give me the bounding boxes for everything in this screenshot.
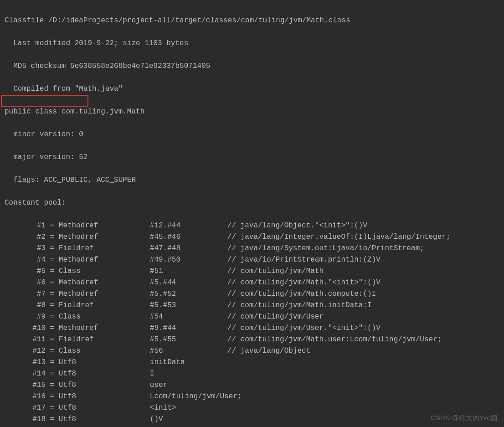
pool-index: #14 — [5, 368, 46, 380]
pool-ref: #12.#44 — [150, 220, 227, 232]
pool-row: #17 = Utf8<init> — [5, 402, 499, 414]
pool-kind: Fieldref — [59, 243, 150, 254]
pool-index: #13 — [5, 357, 46, 368]
pool-kind: Utf8 — [59, 414, 150, 425]
pool-ref: #5.#53 — [150, 300, 227, 311]
pool-index: #9 — [5, 311, 46, 323]
javap-output: Classfile /D:/ideaProjects/project-all/t… — [0, 0, 504, 427]
pool-row: #7 = Methodref#5.#52// com/tuling/jvm/Ma… — [5, 288, 499, 300]
pool-kind: Utf8 — [59, 357, 150, 368]
equals-sign: = — [46, 357, 59, 368]
pool-row: #9 = Class#54// com/tuling/jvm/User — [5, 311, 499, 323]
pool-comment: // com/tuling/jvm/User."<init>":()V — [227, 323, 381, 334]
pool-kind: Class — [59, 311, 150, 323]
pool-comment: // com/tuling/jvm/Math.compute:()I — [227, 288, 376, 300]
pool-index: #8 — [5, 300, 46, 311]
pool-kind: Class — [59, 345, 150, 357]
pool-index: #11 — [5, 334, 46, 345]
pool-kind: Methodref — [59, 323, 150, 334]
equals-sign: = — [46, 232, 59, 243]
pool-kind: Methodref — [59, 288, 150, 300]
equals-sign: = — [46, 300, 59, 311]
pool-ref: #45.#46 — [150, 232, 227, 243]
pool-index: #5 — [5, 266, 46, 277]
pool-ref: #56 — [150, 345, 227, 357]
pool-kind: Fieldref — [59, 334, 150, 345]
pool-row: #2 = Methodref#45.#46// java/lang/Intege… — [5, 232, 499, 243]
header-line: minor version: 0 — [5, 129, 499, 140]
equals-sign: = — [46, 277, 59, 288]
pool-ref: Code — [150, 425, 227, 427]
pool-kind: Methodref — [59, 220, 150, 232]
equals-sign: = — [46, 345, 59, 357]
pool-ref: #54 — [150, 311, 227, 323]
header-line: flags: ACC_PUBLIC, ACC_SUPER — [5, 175, 499, 186]
pool-comment: // java/io/PrintStream.println:(Z)V — [227, 254, 381, 266]
pool-ref: #9.#44 — [150, 323, 227, 334]
watermark: CSDN @伟大的Yve菌 — [431, 414, 498, 422]
pool-ref: ()V — [150, 414, 227, 425]
pool-row: #18 = Utf8()V — [5, 414, 499, 425]
pool-comment: // com/tuling/jvm/Math.user:Lcom/tuling/… — [227, 334, 442, 345]
pool-row: #6 = Methodref#5.#44// com/tuling/jvm/Ma… — [5, 277, 499, 288]
pool-row: #14 = Utf8I — [5, 368, 499, 380]
pool-ref: initData — [150, 357, 227, 368]
pool-index: #16 — [5, 391, 46, 402]
pool-index: #18 — [5, 414, 46, 425]
pool-index: #17 — [5, 402, 46, 414]
pool-kind: Class — [59, 266, 150, 277]
pool-kind: Methodref — [59, 254, 150, 266]
pool-row: #5 = Class#51// com/tuling/jvm/Math — [5, 266, 499, 277]
pool-kind: Methodref — [59, 232, 150, 243]
header-line: MD5 checksum 5e638558e268be4e71e92337b50… — [5, 61, 499, 72]
equals-sign: = — [46, 380, 59, 391]
pool-index: #10 — [5, 323, 46, 334]
header-line: Compiled from "Math.java" — [5, 83, 499, 95]
header-line: Classfile /D:/ideaProjects/project-all/t… — [5, 15, 499, 26]
pool-comment: // java/lang/Object."<init>":()V — [227, 220, 367, 232]
equals-sign: = — [46, 368, 59, 380]
pool-index: #12 — [5, 345, 46, 357]
equals-sign: = — [46, 220, 59, 232]
pool-ref: #5.#44 — [150, 277, 227, 288]
pool-row: #19 = Utf8Code — [5, 425, 499, 427]
pool-kind: Fieldref — [59, 300, 150, 311]
constant-pool-label: Constant pool: — [5, 197, 499, 209]
pool-comment: // com/tuling/jvm/Math — [227, 266, 324, 277]
equals-sign: = — [46, 323, 59, 334]
pool-index: #2 — [5, 232, 46, 243]
pool-kind: Utf8 — [59, 391, 150, 402]
pool-ref: #47.#48 — [150, 243, 227, 254]
pool-comment: // com/tuling/jvm/Math.initData:I — [227, 300, 372, 311]
pool-index: #19 — [5, 425, 46, 427]
pool-comment: // java/lang/Object — [227, 345, 310, 357]
constant-pool-entries: #1 = Methodref#12.#44// java/lang/Object… — [5, 220, 499, 427]
equals-sign: = — [46, 266, 59, 277]
pool-index: #4 — [5, 254, 46, 266]
pool-index: #1 — [5, 220, 46, 232]
pool-index: #15 — [5, 380, 46, 391]
pool-ref: <init> — [150, 402, 227, 414]
pool-kind: Utf8 — [59, 425, 150, 427]
pool-index: #7 — [5, 288, 46, 300]
pool-ref: #49.#50 — [150, 254, 227, 266]
pool-row: #11 = Fieldref#5.#55// com/tuling/jvm/Ma… — [5, 334, 499, 345]
pool-row: #16 = Utf8Lcom/tuling/jvm/User; — [5, 391, 499, 402]
header-line: major version: 52 — [5, 152, 499, 163]
pool-row: #8 = Fieldref#5.#53// com/tuling/jvm/Mat… — [5, 300, 499, 311]
pool-kind: Utf8 — [59, 368, 150, 380]
pool-row: #10 = Methodref#9.#44// com/tuling/jvm/U… — [5, 323, 499, 334]
equals-sign: = — [46, 334, 59, 345]
pool-ref: Lcom/tuling/jvm/User; — [150, 391, 227, 402]
equals-sign: = — [46, 391, 59, 402]
pool-kind: Utf8 — [59, 380, 150, 391]
header-line: Last modified 2019-9-22; size 1103 bytes — [5, 38, 499, 49]
pool-comment: // java/lang/Integer.valueOf:(I)Ljava/la… — [227, 232, 451, 243]
equals-sign: = — [46, 402, 59, 414]
pool-ref: I — [150, 368, 227, 380]
header-line: public class com.tuling.jvm.Math — [5, 106, 499, 118]
equals-sign: = — [46, 311, 59, 323]
pool-ref: #5.#55 — [150, 334, 227, 345]
equals-sign: = — [46, 243, 59, 254]
pool-row: #4 = Methodref#49.#50// java/io/PrintStr… — [5, 254, 499, 266]
